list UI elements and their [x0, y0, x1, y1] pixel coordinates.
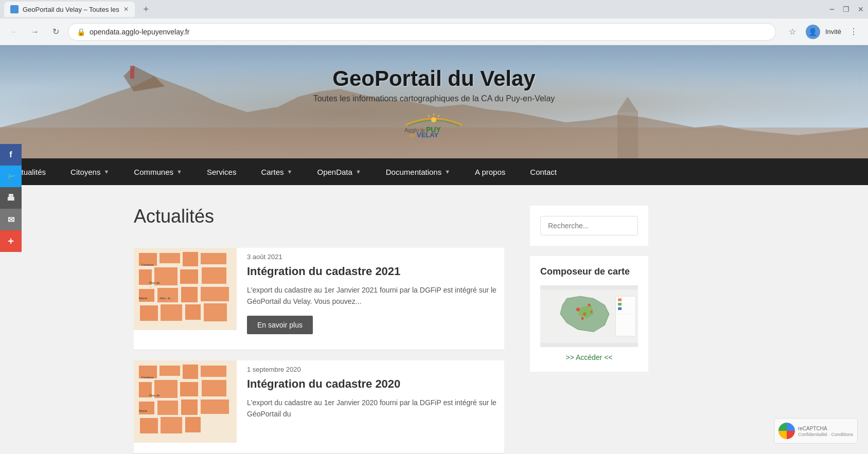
map-composer-widget: Composeur de carte [530, 256, 648, 372]
article-1-body: 3 août 2021 Intégration du cadastre 2021… [247, 248, 504, 339]
social-sidebar: f 🐦 🖶 ✉ + [0, 144, 22, 252]
svg-rect-28 [161, 304, 182, 321]
back-button[interactable]: ← [6, 24, 23, 40]
svg-rect-40 [201, 366, 226, 377]
svg-line-9 [428, 115, 430, 117]
tab-favicon [10, 5, 19, 13]
browser-tab[interactable]: GeoPortail du Velay – Toutes les ✕ [4, 2, 135, 17]
svg-rect-23 [139, 289, 154, 302]
bookmarks-button[interactable]: ☆ [784, 24, 801, 40]
site-header: GeoPortail du Velay Toutes les informati… [0, 45, 868, 158]
svg-text:...: ... [149, 285, 152, 288]
logo-svg: Agglo le PUY en VELAY [400, 110, 467, 138]
share-more-button[interactable]: + [0, 230, 22, 252]
forward-button[interactable]: → [27, 24, 43, 40]
svg-rect-38 [160, 366, 180, 376]
svg-text:Plan de: Plan de [149, 394, 160, 397]
svg-rect-2 [617, 112, 638, 158]
print-icon: 🖶 [7, 193, 15, 203]
svg-rect-21 [180, 269, 198, 284]
cadastre-map-1: Fontaine Plan de ... Mairie Adm. di... [134, 248, 237, 330]
article-2: Fontaine Plan de Mairie 1 septembre 2020… [134, 360, 504, 453]
article-2-body: 1 septembre 2020 Intégration du cadastre… [247, 360, 504, 443]
svg-rect-25 [181, 287, 198, 302]
website: f 🐦 🖶 ✉ + GeoPorta [0, 45, 868, 454]
svg-rect-45 [139, 402, 154, 414]
article-2-title: Intégration du cadastre 2020 [247, 377, 504, 391]
article-1-thumbnail: Fontaine Plan de ... Mairie Adm. di... [134, 248, 237, 330]
browser-chrome: GeoPortail du Velay – Toutes les ✕ + − ❐… [0, 0, 868, 45]
svg-rect-48 [201, 399, 229, 414]
print-button[interactable]: 🖶 [0, 187, 22, 209]
twitter-button[interactable]: 🐦 [0, 166, 22, 187]
svg-rect-22 [202, 267, 226, 284]
svg-rect-17 [183, 252, 198, 266]
avatar: 👤 [806, 25, 820, 39]
tab-close-button[interactable]: ✕ [123, 6, 129, 13]
article-1: Fontaine Plan de ... Mairie Adm. di... 3… [134, 248, 504, 350]
article-1-title: Intégration du cadastre 2021 [247, 265, 504, 278]
article-2-thumbnail: Fontaine Plan de Mairie [134, 360, 237, 443]
svg-text:Mairie: Mairie [139, 297, 148, 300]
nav-services[interactable]: Services [194, 158, 249, 185]
svg-rect-18 [201, 253, 226, 264]
svg-rect-30 [204, 303, 227, 321]
nav-documentations[interactable]: Documentations ▼ [374, 158, 463, 185]
email-button[interactable]: ✉ [0, 209, 22, 230]
tab-title: GeoPortail du Velay – Toutes les [23, 6, 119, 13]
svg-text:Plan de: Plan de [149, 281, 160, 284]
cadastre-map-2: Fontaine Plan de Mairie [134, 360, 237, 443]
svg-rect-67 [618, 307, 622, 310]
svg-rect-27 [140, 305, 158, 321]
nav-arrow-documentations: ▼ [445, 169, 450, 175]
svg-text:Fontaine: Fontaine [141, 263, 154, 266]
restore-button[interactable]: ❐ [843, 5, 849, 13]
nav-opendata[interactable]: OpenData ▼ [305, 158, 374, 185]
close-button[interactable]: ✕ [858, 5, 864, 13]
svg-text:en: en [410, 133, 415, 138]
nav-cartes[interactable]: Cartes ▼ [249, 158, 305, 185]
nav-arrow-cartes: ▼ [287, 169, 293, 175]
menu-button[interactable]: ⋮ [845, 24, 862, 40]
profile-icon-button[interactable]: 👤 [805, 24, 821, 40]
search-input[interactable] [540, 216, 638, 235]
profile-label: Invité [825, 28, 841, 35]
article-2-date: 1 septembre 2020 [247, 366, 504, 373]
header-content: GeoPortail du Velay Toutes les informati… [313, 66, 555, 138]
nav-citoyens[interactable]: Citoyens ▼ [58, 158, 121, 185]
twitter-icon: 🐦 [7, 172, 15, 180]
svg-rect-47 [181, 399, 198, 415]
facebook-button[interactable]: f [0, 144, 22, 166]
article-1-read-more[interactable]: En savoir plus [247, 316, 313, 334]
svg-marker-3 [617, 97, 638, 112]
browser-toolbar: ← → ↻ 🔒 opendata.agglo-lepuyenvelay.fr ☆… [0, 19, 868, 45]
nav-communes[interactable]: Communes ▼ [121, 158, 194, 185]
article-1-date: 3 août 2021 [247, 253, 504, 261]
nav-contact[interactable]: Contact [518, 158, 569, 185]
browser-titlebar: GeoPortail du Velay – Toutes les ✕ + − ❐… [0, 0, 868, 19]
svg-rect-24 [157, 288, 178, 302]
minimize-button[interactable]: − [829, 4, 835, 15]
facebook-icon: f [9, 150, 12, 159]
site-subtitle: Toutes les informations cartographiques … [313, 94, 555, 103]
svg-rect-50 [161, 417, 182, 433]
svg-rect-44 [202, 380, 226, 396]
svg-rect-5 [130, 66, 134, 79]
url-text: opendata.agglo-lepuyenvelay.fr [90, 28, 189, 36]
svg-rect-66 [618, 303, 622, 305]
address-bar[interactable]: 🔒 opendata.agglo-lepuyenvelay.fr [68, 23, 776, 41]
widget-title: Composeur de carte [540, 266, 638, 277]
svg-rect-43 [180, 382, 198, 396]
svg-rect-29 [185, 304, 201, 320]
nav-apropos[interactable]: A propos [463, 158, 518, 185]
reload-button[interactable]: ↻ [47, 24, 64, 40]
search-widget [530, 206, 648, 246]
svg-text:Mairie: Mairie [139, 409, 148, 412]
svg-text:Fontaine: Fontaine [141, 376, 154, 379]
svg-text:Adm. di...: Adm. di... [160, 297, 173, 300]
svg-point-6 [431, 117, 436, 122]
article-1-excerpt: L'export du cadastre au 1er Janvier 2021… [247, 284, 504, 307]
site-logo: Agglo le PUY en VELAY [313, 110, 555, 138]
new-tab-button[interactable]: + [139, 2, 153, 16]
map-access-link[interactable]: >> Accéder << [540, 353, 638, 361]
